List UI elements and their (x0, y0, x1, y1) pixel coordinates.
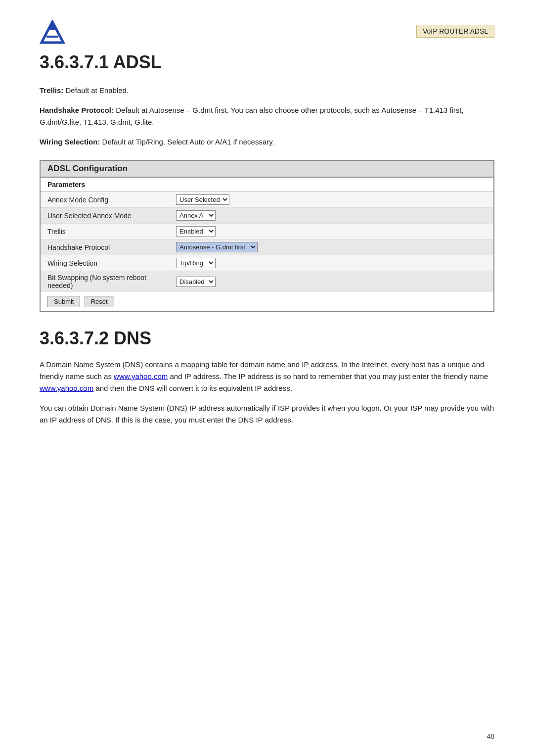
handshake-paragraph: Handshake Protocol: Default at Autosense… (40, 104, 494, 128)
param-label: Trellis (41, 224, 169, 239)
table-row: Annex Mode ConfigUser SelectedAnnex AAnn… (41, 192, 493, 208)
trellis-default-text: Default at Enabled. (66, 86, 129, 94)
param-value-cell: Autosense - G.dmt firstAutosense - T1.41… (169, 239, 493, 255)
config-select-3[interactable]: Autosense - G.dmt firstAutosense - T1.41… (176, 242, 258, 252)
wiring-paragraph: Wiring Selection: Default at Tip/Ring. S… (40, 136, 494, 148)
page-header: VoIP ROUTER ADSL (40, 20, 494, 47)
logo-icon (40, 20, 65, 47)
param-value-cell: EnabledDisabled (169, 224, 493, 239)
page-number: 48 (487, 732, 494, 740)
param-label: User Selected Annex Mode (41, 208, 169, 224)
param-label: Annex Mode Config (41, 192, 169, 208)
col-header-params: Parameters (41, 178, 169, 192)
config-select-0[interactable]: User SelectedAnnex AAnnex BAnnex C (176, 194, 229, 205)
wiring-text: Default at Tip/Ring. Select Auto or A/A1… (102, 138, 274, 146)
col-header-value (169, 178, 493, 192)
submit-button[interactable]: Submit (47, 296, 80, 307)
dns-paragraph-1: A Domain Name System (DNS) contains a ma… (40, 359, 494, 394)
param-value-cell: Tip/RingAutoA/A1 (169, 255, 493, 271)
wiring-label: Wiring Selection: (40, 138, 100, 146)
table-row: Handshake ProtocolAutosense - G.dmt firs… (41, 239, 493, 255)
config-select-5[interactable]: DisabledEnabled (176, 277, 216, 287)
adsl-config-box: ADSL Configuration Parameters Annex Mode… (40, 160, 494, 312)
reset-button[interactable]: Reset (85, 296, 114, 307)
brand-label: VoIP ROUTER ADSL (416, 25, 494, 38)
trellis-label: Trellis: (40, 86, 63, 94)
submit-row-cell: Submit Reset (41, 292, 493, 311)
table-row: User Selected Annex ModeAnnex AAnnex BAn… (41, 208, 493, 224)
dns-section-title: 3.6.3.7.2 DNS (40, 328, 494, 349)
dns-paragraph-2: You can obtain Domain Name System (DNS) … (40, 402, 494, 426)
param-label: Bit Swapping (No system reboot needed) (41, 271, 169, 292)
config-select-2[interactable]: EnabledDisabled (176, 226, 216, 236)
table-row: Wiring SelectionTip/RingAutoA/A1 (41, 255, 493, 271)
param-value-cell: DisabledEnabled (169, 271, 493, 292)
config-select-1[interactable]: Annex AAnnex BAnnex C (176, 210, 216, 221)
yahoo-link-2[interactable]: www.yahoo.com (40, 384, 93, 392)
table-row: TrellisEnabledDisabled (41, 224, 493, 239)
param-value-cell: Annex AAnnex BAnnex C (169, 208, 493, 224)
handshake-label: Handshake Protocol: (40, 106, 114, 114)
config-box-title: ADSL Configuration (41, 161, 493, 178)
config-table: Parameters Annex Mode ConfigUser Selecte… (41, 178, 493, 311)
param-label: Wiring Selection (41, 255, 169, 271)
adsl-section-title: 3.6.3.7.1 ADSL (40, 52, 494, 73)
param-label: Handshake Protocol (41, 239, 169, 255)
param-value-cell: User SelectedAnnex AAnnex BAnnex C (169, 192, 493, 208)
config-select-4[interactable]: Tip/RingAutoA/A1 (176, 258, 216, 268)
table-row: Bit Swapping (No system reboot needed)Di… (41, 271, 493, 292)
trellis-paragraph: Trellis: Default at Enabled. (40, 85, 494, 96)
yahoo-link-1[interactable]: www.yahoo.com (114, 372, 168, 380)
